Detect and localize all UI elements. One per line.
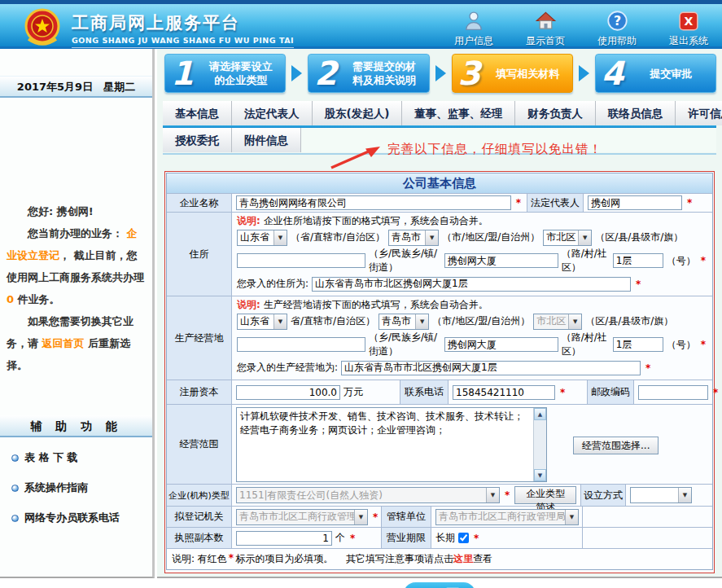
row-business-scope: 经营范围 计算机软硬件技术开发、销售、技术咨询、技术服务、技术转让；经营电子商务… [167, 404, 712, 484]
capital-unit: 万元 [343, 385, 363, 399]
address-label: 住所 [167, 213, 232, 296]
svg-text:?: ? [613, 13, 620, 29]
business-site-note: 说明: 生产经营地请按下面的格式填写，系统会自动合并。 [237, 297, 707, 312]
legal-rep-input[interactable] [588, 195, 682, 210]
nav-home[interactable]: 显示首页 [520, 7, 571, 48]
site-result-input[interactable] [341, 361, 641, 375]
here-link[interactable]: 这里 [453, 552, 473, 566]
legal-rep-label: 法定代表人 [527, 194, 584, 212]
postcode-input[interactable] [638, 385, 708, 400]
step-1: 1 请选择要设立的企业类型 [164, 54, 286, 93]
row-registry: 拟登记机关 青岛市市北区工商行政管理局▼ * 管辖单位 青岛市市北区工商行政管理… [167, 506, 712, 527]
site-city-select[interactable]: 青岛市▼ [379, 314, 429, 330]
empty-cell [582, 507, 712, 527]
next-page-button[interactable]: 下一页 [404, 582, 475, 588]
tab-finance-officer[interactable]: 财务负责人 [515, 101, 596, 125]
required-mark: * [711, 387, 720, 398]
jurisdiction-label: 管辖单位 [381, 507, 431, 527]
business-term-checkbox[interactable] [458, 533, 469, 543]
return-home-link[interactable]: 返回首页 [42, 337, 85, 349]
jurisdiction-select[interactable]: 青岛市市北区工商行政管理局▼ [435, 509, 579, 525]
scrollbar[interactable]: ▲ ▼ [533, 408, 546, 481]
registered-capital-input[interactable] [236, 385, 340, 400]
date-bar: 2017年5月9日 星期二 [0, 76, 152, 98]
aux-functions-header: 辅 助 功 能 [0, 415, 152, 437]
chevron-right-icon [435, 65, 446, 81]
chevron-right-icon [579, 65, 589, 81]
tab-basic-info[interactable]: 基本信息 [163, 101, 232, 125]
site-district-select-disabled: 市北区▼ [533, 314, 582, 330]
sidebar-link-system-guide[interactable]: 系统操作指南 [11, 480, 152, 495]
nav-label: 退出系统 [669, 34, 708, 48]
brand: 工商局网上服务平台 GONG SHANG JU WANG SHANG FU WU… [23, 7, 294, 52]
site-township-input[interactable] [237, 337, 365, 352]
row-address: 住所 说明: 企业住所地请按下面的格式填写，系统会自动合并。 山东省▼ （省/直… [167, 212, 712, 296]
sidebar-link-form-download[interactable]: 表 格 下 载 [11, 450, 152, 465]
sidebar-link-contact-phone[interactable]: 网络专办员联系电话 [11, 511, 152, 525]
notice-text: 完善以下信息，仔细填写以免出错！ [387, 141, 602, 158]
row-footnote: 说明: 有红色*标示的项目为必填项。 其它填写注意事项请点击 这里 查看 [167, 548, 712, 569]
phone-input[interactable] [453, 385, 555, 400]
address-number-input[interactable] [613, 253, 663, 268]
setup-mode-label: 设立方式 [580, 485, 626, 506]
required-mark: * [558, 387, 567, 398]
svg-text:X: X [685, 15, 694, 28]
business-term-value: 长期 [435, 531, 455, 545]
chevron-down-icon: ▼ [273, 314, 287, 329]
address-city-select[interactable]: 青岛市▼ [388, 230, 439, 246]
required-mark: * [348, 533, 357, 544]
tab-directors-supervisors[interactable]: 董事、监事、经理 [402, 101, 515, 125]
help-icon: ? [606, 7, 628, 32]
tab-authorization[interactable]: 授权委托 [163, 128, 232, 152]
tab-license-info[interactable]: 许可信息 [676, 101, 722, 125]
address-province-select[interactable]: 山东省▼ [237, 230, 287, 246]
address-township-input[interactable] [237, 253, 365, 268]
form-table: 公司基本信息 企业名称 * 法定代表人 * 住所 [166, 173, 713, 570]
phone-label: 联系电话 [400, 380, 449, 404]
header: 工商局网上服务平台 GONG SHANG JU WANG SHANG FU WU… [0, 0, 722, 49]
address-district-select[interactable]: 市北区▼ [543, 230, 592, 246]
tab-liaison-info[interactable]: 联络员信息 [596, 101, 676, 125]
site-road-input[interactable] [444, 337, 558, 352]
company-name-input[interactable] [236, 195, 511, 210]
scroll-down-icon[interactable]: ▼ [534, 469, 546, 481]
nav-user-info[interactable]: 用户信息 [449, 7, 499, 48]
nav-label: 使用帮助 [597, 34, 637, 48]
chevron-down-icon: ▼ [565, 510, 578, 524]
license-copies-unit: 个 [335, 531, 345, 545]
nav-help[interactable]: ? 使用帮助 [592, 7, 642, 48]
site-number-input[interactable] [613, 337, 663, 352]
company-type-label: 企业(机构)类型 [167, 485, 232, 506]
address-road-input[interactable] [444, 253, 558, 268]
user-icon [463, 7, 484, 32]
required-mark: * [699, 339, 707, 350]
red-arrow-icon [328, 143, 382, 174]
registry-select[interactable]: 青岛市市北区工商行政管理局▼ [236, 509, 368, 525]
scroll-up-icon[interactable]: ▲ [534, 408, 546, 420]
step-2: 2 需要提交的材料及相关说明 [308, 54, 429, 93]
step-indicator: 1 请选择要设立的企业类型 2 需要提交的材料及相关说明 3 填写相关材料 4 … [164, 54, 716, 93]
nav-label: 显示首页 [526, 34, 565, 48]
postcode-label: 邮政编码 [587, 380, 634, 404]
scope-select-button[interactable]: 经营范围选择... [573, 437, 659, 454]
home-icon [535, 7, 557, 32]
exit-icon: X [678, 7, 699, 32]
business-scope-textarea[interactable]: 计算机软硬件技术开发、销售、技术咨询、技术服务、技术转让；经营电子商务业务；网页… [237, 408, 533, 481]
site-province-select[interactable]: 山东省▼ [237, 314, 287, 330]
address-result-input[interactable] [312, 277, 631, 292]
license-copies-label: 执照副本数 [167, 528, 232, 548]
tab-legal-representative[interactable]: 法定代表人 [232, 101, 313, 125]
required-mark: * [503, 489, 511, 501]
chevron-right-icon [291, 65, 302, 81]
tab-attachments[interactable]: 附件信息 [232, 128, 301, 152]
setup-mode-select[interactable]: ▼ [630, 487, 692, 503]
sidebar-messages: 您好: 携创网! 您当前办理的业务： 企业设立登记， 截止目前，您使用网上工商服… [0, 200, 152, 376]
required-mark: * [644, 362, 652, 374]
license-copies-input[interactable] [236, 531, 332, 546]
nav-exit[interactable]: X 退出系统 [663, 7, 714, 48]
registered-capital-label: 注册资本 [167, 380, 232, 404]
company-type-desc-button[interactable]: 企业类型简述 [514, 486, 576, 504]
required-mark: * [472, 533, 480, 544]
tab-shareholders[interactable]: 股东(发起人) [313, 101, 403, 125]
company-type-select[interactable]: 1151|有限责任公司(自然人独资)▼ [236, 487, 500, 503]
